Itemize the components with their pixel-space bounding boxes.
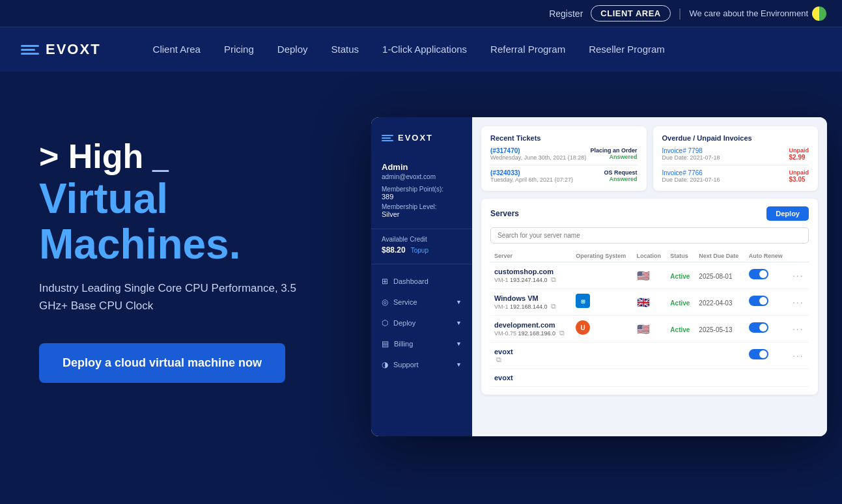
nav-deploy[interactable]: Deploy xyxy=(277,44,308,55)
ticket-id[interactable]: (#324033) xyxy=(490,169,573,176)
copy-icon[interactable]: ⧉ xyxy=(551,275,556,283)
server-vm: ⧉ xyxy=(494,356,568,364)
register-link[interactable]: Register xyxy=(549,8,583,19)
row-actions-button[interactable]: ··· xyxy=(793,350,804,361)
nav-client-area[interactable]: Client Area xyxy=(153,44,201,55)
env-text: We care about the Environment xyxy=(689,8,808,18)
dash-nav-dashboard[interactable]: ⊞ Dashboard xyxy=(371,271,472,292)
col-os: Operating System xyxy=(572,250,632,262)
servers-header: Servers Deploy xyxy=(490,206,809,221)
table-row: customshop.com VM-1 193.247.144.0 ⧉ 🇺🇸 A… xyxy=(490,262,809,289)
dash-points-value: 389 xyxy=(382,193,462,201)
os-icon xyxy=(576,347,590,361)
ticket-status: Placing an Order Answered xyxy=(590,147,637,160)
due-date: 2022-04-03 xyxy=(699,300,732,307)
ticket-item: (#324033) Tuesday, April 6th, 2021 (07:2… xyxy=(490,169,638,183)
flag-icon: 🇺🇸 xyxy=(637,324,650,335)
copy-icon[interactable]: ⧉ xyxy=(559,329,565,337)
svg-text:⊞: ⊞ xyxy=(581,299,585,305)
status-badge: Active xyxy=(670,273,690,280)
col-due-date: Next Due Date xyxy=(695,250,744,262)
chevron-down-icon: ▼ xyxy=(456,299,462,305)
invoice-status: Unpaid xyxy=(789,169,809,176)
flag-icon: 🇬🇧 xyxy=(637,297,650,308)
server-search-input[interactable] xyxy=(490,227,809,244)
nav-pricing[interactable]: Pricing xyxy=(224,44,254,55)
servers-section: Servers Deploy Server Operating System L… xyxy=(481,199,818,395)
nav-referral[interactable]: Referral Program xyxy=(490,44,565,55)
server-name: development.com xyxy=(494,321,568,329)
dash-credit-label: Available Credit xyxy=(382,236,462,243)
dash-nav-support[interactable]: ◑ Support ▼ xyxy=(371,354,472,375)
ticket-item: (#317470) Wednesday, June 30th, 2021 (18… xyxy=(490,147,638,165)
col-status: Status xyxy=(666,250,695,262)
dash-logo: EVOXT xyxy=(371,133,472,156)
env-message: We care about the Environment xyxy=(689,7,826,21)
unpaid-invoices-card: Overdue / Unpaid Invoices Invoice# 7798 … xyxy=(653,126,819,191)
invoice-item: Invoice# 7766 Due Date: 2021-07-16 Unpai… xyxy=(662,169,809,183)
dash-nav-billing[interactable]: ▤ Billing ▼ xyxy=(371,333,472,354)
dash-user-name: Admin xyxy=(382,162,462,172)
due-date: 2025-08-01 xyxy=(699,273,732,280)
dash-level-value: Silver xyxy=(382,210,462,218)
row-actions-button[interactable]: ··· xyxy=(793,324,804,334)
flag-icon: 🇺🇸 xyxy=(637,270,650,281)
row-actions-button[interactable]: ··· xyxy=(793,297,804,307)
navbar: EVOXT Client Area Pricing Deploy Status … xyxy=(0,27,842,72)
dash-credit: Available Credit $88.20 Topup xyxy=(371,229,472,264)
chevron-down-icon: ▼ xyxy=(456,320,462,326)
dash-nav: ⊞ Dashboard ◎ Service ▼ ⬡ Deploy ▼ ▤ xyxy=(371,264,472,436)
dash-nav-support-label: Support xyxy=(393,361,419,369)
auto-renew-toggle[interactable] xyxy=(749,322,768,333)
dashboard-preview: EVOXT Admin admin@evoxt.com Membership P… xyxy=(371,117,827,436)
invoice-id[interactable]: Invoice# 7798 xyxy=(662,147,720,154)
ticket-id[interactable]: (#317470) xyxy=(490,147,586,154)
auto-renew-toggle[interactable] xyxy=(749,349,768,359)
copy-icon[interactable]: ⧉ xyxy=(496,356,501,363)
divider: | xyxy=(679,7,682,20)
servers-deploy-button[interactable]: Deploy xyxy=(766,206,809,221)
auto-renew-toggle[interactable] xyxy=(749,296,768,306)
server-name: evoxt xyxy=(494,374,568,382)
hero-section: > High _ VirtualMachines. Industry Leadi… xyxy=(0,72,842,475)
logo-waves-icon xyxy=(21,45,39,55)
dash-nav-service[interactable]: ◎ Service ▼ xyxy=(371,292,472,313)
logo[interactable]: EVOXT xyxy=(21,41,101,58)
servers-table: Server Operating System Location Status … xyxy=(490,250,809,387)
invoice-status: Unpaid xyxy=(789,147,809,154)
dashboard-sidebar: EVOXT Admin admin@evoxt.com Membership P… xyxy=(371,117,472,436)
server-vm: VM-0.75 192.168.196.0 ⧉ xyxy=(494,329,568,337)
copy-icon[interactable]: ⧉ xyxy=(551,302,556,310)
invoice-id[interactable]: Invoice# 7766 xyxy=(662,169,720,176)
dash-nav-deploy[interactable]: ⬡ Deploy ▼ xyxy=(371,313,472,333)
dash-topup-link[interactable]: Topup xyxy=(411,247,428,254)
row-actions-button[interactable]: ··· xyxy=(793,270,804,281)
nav-reseller[interactable]: Reseller Program xyxy=(589,44,665,55)
nav-status[interactable]: Status xyxy=(331,44,359,55)
hero-cta-button[interactable]: Deploy a cloud virtual machine now xyxy=(39,343,285,383)
invoice-due: Due Date: 2021-07-16 xyxy=(662,176,720,183)
support-icon: ◑ xyxy=(382,360,388,369)
status-badge: Active xyxy=(670,326,690,333)
nav-apps[interactable]: 1-Click Applications xyxy=(382,44,467,55)
invoice-amount: $2.99 xyxy=(789,154,809,161)
server-vm: VM-1 192.168.144.0 ⧉ xyxy=(494,302,568,311)
dash-cards-row: Recent Tickets (#317470) Wednesday, June… xyxy=(481,126,818,191)
chevron-down-icon: ▼ xyxy=(456,361,462,368)
dash-main-content: Recent Tickets (#317470) Wednesday, June… xyxy=(472,117,827,436)
top-bar: Register CLIENT AREA | We care about the… xyxy=(0,0,842,27)
ticket-date: Wednesday, June 30th, 2021 (18:28) xyxy=(490,154,586,161)
invoice-item: Invoice# 7798 Due Date: 2021-07-18 Unpai… xyxy=(662,147,809,165)
env-icon xyxy=(812,7,826,21)
client-area-button[interactable]: CLIENT AREA xyxy=(591,5,670,21)
dash-nav-dashboard-label: Dashboard xyxy=(393,277,428,285)
deploy-icon: ⬡ xyxy=(382,318,388,328)
dash-nav-service-label: Service xyxy=(393,298,417,306)
dash-user-info: Admin admin@evoxt.com Membership Point(s… xyxy=(371,156,472,229)
auto-renew-toggle[interactable] xyxy=(749,269,768,279)
dashboard-window: EVOXT Admin admin@evoxt.com Membership P… xyxy=(371,117,827,436)
col-actions xyxy=(789,250,809,262)
invoice-amount: $3.05 xyxy=(789,176,809,183)
col-location: Location xyxy=(633,250,667,262)
hero-cursor: _ xyxy=(152,140,168,173)
